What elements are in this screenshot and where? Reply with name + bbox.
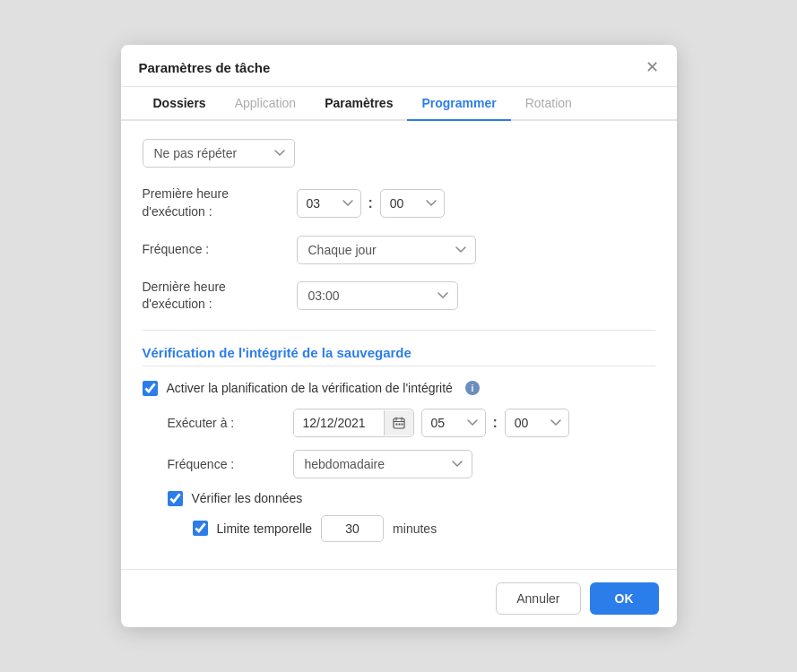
cancel-button[interactable]: Annuler — [496, 582, 580, 615]
enable-integrity-checkbox[interactable] — [143, 381, 158, 396]
first-exec-controls: 03 000102 040506 070809 101112 131415 16… — [297, 189, 445, 218]
close-button[interactable]: ✕ — [645, 59, 659, 86]
time-limit-input[interactable] — [321, 515, 384, 542]
svg-rect-5 — [398, 423, 400, 425]
time-limit-label: Limite temporelle — [217, 521, 313, 536]
tab-rotation[interactable]: Rotation — [511, 87, 586, 121]
dialog-body: Ne pas répéter Toutes les minutes Toutes… — [121, 121, 677, 568]
repeat-select[interactable]: Ne pas répéter Toutes les minutes Toutes… — [143, 139, 295, 168]
task-params-dialog: Paramètres de tâche ✕ Dossiers Applicati… — [121, 45, 677, 626]
time-limit-checkbox[interactable] — [193, 521, 208, 536]
first-exec-row: Première heured'exécution : 03 000102 04… — [143, 185, 655, 220]
exec-date-input[interactable] — [294, 409, 384, 436]
integrity-divider — [143, 366, 655, 366]
integrity-freq-row: Fréquence : hebdomadaire quotidien mensu… — [143, 450, 655, 478]
repeat-section: Ne pas répéter Toutes les minutes Toutes… — [143, 139, 655, 168]
last-exec-label: Dernière heured'exécution : — [143, 279, 286, 314]
frequency-row: Fréquence : Chaque jour Chaque semaine C… — [143, 236, 655, 264]
last-exec-row: Dernière heured'exécution : 03:00 04:000… — [143, 279, 655, 314]
time-colon-2: : — [493, 415, 498, 431]
ok-button[interactable]: OK — [590, 582, 659, 615]
first-exec-label: Première heured'exécution : — [143, 185, 286, 220]
tab-application[interactable]: Application — [221, 87, 311, 121]
first-exec-minute-select[interactable]: 00 153045 — [380, 189, 445, 218]
tab-dossiers[interactable]: Dossiers — [139, 87, 221, 121]
dialog-title: Paramètres de tâche — [139, 60, 271, 86]
integrity-section-title: Vérification de l'intégrité de la sauveg… — [143, 345, 655, 360]
info-icon: i — [465, 381, 480, 395]
integrity-freq-controls: hebdomadaire quotidien mensuel — [293, 450, 472, 478]
calendar-icon-button[interactable] — [384, 410, 413, 435]
exec-at-controls: 04 05 060708 091011 12 : 00 153045 — [293, 409, 569, 437]
exec-at-row: Exécuter à : — [143, 409, 655, 437]
verify-data-row: Vérifier les données — [143, 491, 655, 506]
integrity-freq-label: Fréquence : — [168, 457, 284, 471]
tab-parametres[interactable]: Paramètres — [310, 87, 407, 121]
frequency-label: Fréquence : — [143, 241, 286, 259]
last-exec-controls: 03:00 04:0005:0006:00 12:0018:0023:00 — [297, 281, 458, 310]
exec-minute-select[interactable]: 00 153045 — [505, 409, 569, 437]
dialog-header: Paramètres de tâche ✕ — [121, 45, 677, 87]
exec-at-label: Exécuter à : — [168, 416, 284, 430]
svg-rect-4 — [395, 423, 397, 425]
svg-rect-6 — [401, 423, 403, 425]
section-divider — [143, 330, 655, 331]
time-colon-1: : — [368, 195, 373, 211]
date-input-wrapper — [293, 409, 414, 437]
first-exec-hour-select[interactable]: 03 000102 040506 070809 101112 131415 16… — [297, 189, 361, 218]
last-exec-select[interactable]: 03:00 04:0005:0006:00 12:0018:0023:00 — [297, 281, 458, 310]
exec-hour-select[interactable]: 04 05 060708 091011 12 — [421, 409, 486, 437]
enable-integrity-label: Activer la planification de la vérificat… — [167, 381, 453, 395]
tab-programmer[interactable]: Programmer — [407, 87, 510, 121]
dialog-footer: Annuler OK — [121, 569, 677, 627]
minutes-label: minutes — [393, 521, 437, 536]
verify-data-checkbox[interactable] — [168, 491, 183, 506]
frequency-controls: Chaque jour Chaque semaine Chaque mois — [297, 236, 476, 264]
frequency-select[interactable]: Chaque jour Chaque semaine Chaque mois — [297, 236, 476, 264]
verify-data-label: Vérifier les données — [192, 491, 303, 505]
time-limit-row: Limite temporelle minutes — [143, 515, 655, 542]
integrity-freq-select[interactable]: hebdomadaire quotidien mensuel — [293, 450, 472, 478]
tab-bar: Dossiers Application Paramètres Programm… — [121, 87, 677, 121]
enable-integrity-row: Activer la planification de la vérificat… — [143, 381, 655, 396]
